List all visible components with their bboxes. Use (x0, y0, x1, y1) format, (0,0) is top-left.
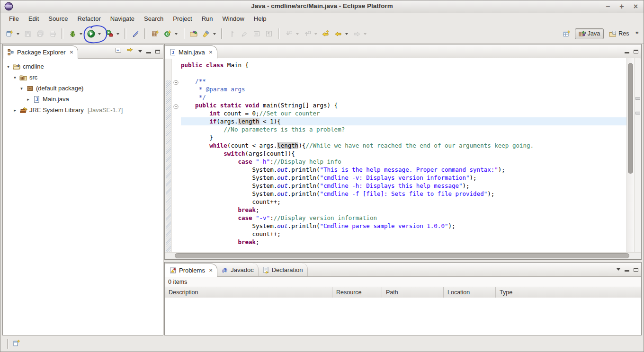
expander-open-icon[interactable]: ▾ (19, 86, 24, 91)
code-line[interactable]: public class Main { (181, 61, 626, 69)
expander-open-icon[interactable]: ▾ (6, 64, 11, 69)
open-perspective-button[interactable] (561, 27, 573, 40)
code-line[interactable] (181, 69, 626, 77)
menu-refactor[interactable]: Refactor (73, 14, 106, 23)
perspective-overflow-chevron[interactable]: ” (635, 30, 639, 38)
tab-declaration[interactable]: Declaration (259, 263, 308, 276)
previous-annotation-button[interactable] (301, 27, 313, 40)
minimize-view-button[interactable] (146, 52, 151, 53)
new-java-project-button[interactable] (149, 27, 161, 40)
expander-closed-icon[interactable]: ▸ (26, 97, 31, 102)
external-tools-dropdown[interactable] (116, 33, 119, 36)
clear-brush-icon[interactable] (238, 27, 250, 40)
code-line[interactable]: int count = 0;//Set our counter (181, 109, 626, 117)
fold-collapse-icon[interactable] (173, 103, 179, 108)
link-with-editor-button[interactable] (126, 47, 134, 56)
menu-run[interactable]: Run (197, 14, 218, 23)
menu-edit[interactable]: Edit (24, 14, 44, 23)
code-line[interactable]: /** (181, 77, 626, 85)
close-problems-tab-icon[interactable]: ✕ (209, 268, 213, 273)
maximize-window-button[interactable]: + (619, 1, 624, 12)
run-button[interactable] (85, 27, 97, 40)
search-button[interactable] (200, 27, 212, 40)
menu-source[interactable]: Source (44, 14, 72, 23)
code-line[interactable]: while(count < args.length){//While we ha… (181, 141, 626, 150)
annotation-ruler[interactable] (165, 58, 172, 253)
next-annotation-dropdown[interactable] (296, 33, 299, 36)
horizontal-scrollbar-thumb[interactable] (175, 253, 629, 258)
code-line[interactable]: System.out.println("Cmdline parse sample… (181, 222, 626, 230)
code-line[interactable]: break; (181, 238, 626, 246)
next-annotation-button[interactable] (283, 27, 295, 40)
forward-button[interactable] (350, 27, 363, 40)
debug-button[interactable] (66, 27, 79, 40)
save-button[interactable] (22, 27, 34, 40)
editor-vertical-scrollbar[interactable] (626, 58, 634, 253)
new-class-dropdown[interactable] (175, 33, 178, 36)
run-dropdown[interactable] (98, 33, 101, 36)
menu-help[interactable]: Help (249, 14, 271, 23)
collapse-all-button[interactable] (115, 47, 122, 56)
tab-problems[interactable]: Problems ✕ (165, 264, 217, 277)
column-header-path[interactable]: Path (382, 287, 444, 298)
tab-package-explorer[interactable]: Package Explorer ✕ (3, 45, 78, 59)
new-java-class-button[interactable]: C (161, 27, 174, 40)
block-selection-icon[interactable] (250, 27, 263, 40)
code-line[interactable]: switch(args[count]){ (181, 150, 626, 158)
code-line[interactable]: System.out.println("cmdline -v: Displays… (181, 174, 626, 182)
print-button[interactable] (46, 27, 59, 40)
java-perspective-button[interactable]: J Java (575, 28, 604, 39)
column-header-resource[interactable]: Resource (332, 287, 382, 298)
new-wizard-dropdown[interactable] (17, 33, 19, 36)
new-wizard-button[interactable] (3, 27, 16, 40)
code-line[interactable]: * @param args (181, 85, 626, 93)
tree-item-src[interactable]: ▾src (3, 72, 163, 83)
column-header-description[interactable]: Description (165, 287, 332, 298)
code-line[interactable]: case "-h"://Display help info (181, 158, 626, 166)
annotation-pin-icon[interactable] (226, 27, 238, 40)
menu-window[interactable]: Window (218, 14, 249, 23)
code-line[interactable]: */ (181, 93, 626, 101)
code-line[interactable]: } (181, 133, 626, 141)
tree-item-main-java[interactable]: ▸JMain.java (3, 94, 163, 105)
resource-perspective-button[interactable]: Res (606, 29, 632, 39)
editor-horizontal-scrollbar[interactable] (165, 252, 641, 259)
close-package-explorer-icon[interactable]: ✕ (70, 50, 73, 55)
maximize-view-button[interactable] (634, 268, 638, 272)
tab-main-java[interactable]: J Main.java ✕ (165, 45, 217, 59)
tree-item-cmdline[interactable]: ▾Jcmdline (3, 61, 163, 72)
show-whitespace-icon[interactable]: ¶ (263, 27, 275, 40)
menu-project[interactable]: Project (168, 14, 197, 23)
code-editor[interactable]: public class Main { /** * @param args */… (181, 58, 626, 253)
save-all-button[interactable] (34, 27, 46, 40)
fast-view-button[interactable] (13, 339, 21, 349)
expander-open-icon[interactable]: ▾ (12, 75, 18, 80)
forward-dropdown[interactable] (364, 33, 367, 36)
maximize-editor-button[interactable] (634, 50, 638, 53)
previous-annotation-dropdown[interactable] (314, 33, 317, 36)
run-external-tools-button[interactable] (103, 27, 116, 40)
code-line[interactable]: break; (181, 206, 626, 214)
code-line[interactable]: case "-v"://Display version information (181, 214, 626, 222)
search-dropdown[interactable] (213, 33, 216, 36)
code-line[interactable]: System.out.println("cmdline -f [file]: S… (181, 190, 626, 198)
tree-item--default-package-[interactable]: ▾(default package) (3, 83, 163, 94)
maximize-view-button[interactable] (155, 50, 160, 53)
view-menu-button[interactable] (138, 50, 142, 54)
code-line[interactable]: public static void main(String[] args) { (181, 101, 626, 109)
close-window-button[interactable]: × (634, 1, 638, 12)
mark-occurrences-pen-icon[interactable] (129, 27, 142, 40)
overview-ruler[interactable] (634, 58, 641, 253)
tab-javadoc[interactable]: @ Javadoc (217, 263, 258, 276)
code-line-current[interactable]: if(args.length < 1){ (181, 117, 626, 125)
tree-item-jre-system-library[interactable]: ▸JRE System Library[JavaSE-1.7] (3, 105, 163, 115)
minimize-editor-button[interactable] (625, 52, 629, 53)
code-line[interactable]: System.out.println("This is the help mes… (181, 166, 626, 174)
column-header-type[interactable]: Type (496, 287, 641, 298)
minimize-window-button[interactable]: – (606, 1, 610, 12)
column-header-location[interactable]: Location (444, 287, 496, 298)
code-line[interactable]: count++; (181, 230, 626, 238)
open-type-button[interactable] (188, 27, 200, 40)
fold-collapse-icon[interactable] (173, 79, 179, 84)
menu-navigate[interactable]: Navigate (106, 14, 139, 23)
